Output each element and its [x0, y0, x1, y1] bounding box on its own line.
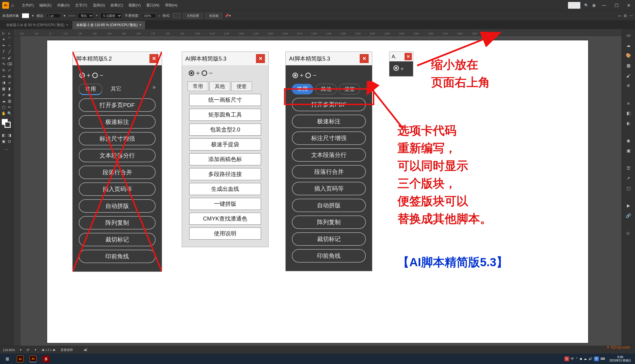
props-icon[interactable]: ⊟	[624, 14, 627, 18]
rotate-angle[interactable]: 0°	[27, 348, 30, 352]
symbols-icon[interactable]: ❊	[625, 82, 632, 90]
type-tool[interactable]: T	[1, 49, 6, 54]
selection-tool[interactable]: ▷	[1, 30, 6, 36]
panel-53d-tab-notes[interactable]: 便签	[339, 84, 360, 94]
panel-52-radio-2[interactable]	[92, 73, 98, 78]
volume-icon[interactable]: 🔊	[588, 357, 592, 361]
search-field[interactable]	[568, 2, 580, 9]
rotate-tool[interactable]: ↻	[1, 67, 6, 73]
style-swatch[interactable]	[173, 13, 180, 18]
script-button[interactable]: 印前角线	[292, 249, 366, 263]
panel-mini-close[interactable]: ✕	[405, 53, 412, 60]
panel-53d-tab-other[interactable]: 其他	[315, 84, 337, 94]
scale-tool[interactable]: ⤢	[7, 67, 12, 73]
shape-builder-tool[interactable]: ◑	[1, 80, 6, 85]
taskbar-app-s[interactable]: S	[40, 355, 52, 363]
tab-doc-1[interactable]: 未标题-2.ai @ 50 % (CMYK/CPU 预览) ×	[2, 21, 72, 29]
brush-tool[interactable]: 🖌	[7, 55, 12, 61]
home-icon[interactable]: ⌂	[11, 3, 14, 8]
script-button[interactable]: 阵列复制	[292, 215, 366, 229]
panel-mini-radio[interactable]	[393, 65, 399, 71]
curvature-tool[interactable]: ～	[7, 43, 12, 48]
fill-swatch[interactable]	[22, 13, 29, 18]
keyboard-icon[interactable]: ⌨	[601, 357, 605, 361]
script-button[interactable]: 自动拼版	[292, 199, 366, 212]
asset-export-icon[interactable]: ↗	[625, 174, 632, 182]
perspective-tool[interactable]: ▱	[7, 80, 12, 85]
minimize-button[interactable]: —	[599, 3, 608, 8]
tray-drive-icon[interactable]: ☁	[584, 357, 587, 361]
script-button[interactable]: 矩形圆角工具	[189, 109, 261, 121]
system-tray[interactable]: 五 中 ⌃ ◆ ☁ 🔊 中 ⌨	[564, 356, 605, 361]
line-tool[interactable]: ╱	[7, 49, 12, 54]
script-button[interactable]: 段落行合并	[79, 166, 156, 179]
more-icon[interactable]: ⋯	[629, 14, 633, 18]
tray-app-icon[interactable]: ◆	[580, 357, 582, 361]
eyedropper-tool[interactable]: ✐	[1, 92, 6, 98]
prefs-button[interactable]: 首选项	[205, 13, 222, 19]
panel-53l-close[interactable]: ✕	[256, 54, 265, 63]
script-button[interactable]: 阵列复制	[79, 216, 156, 229]
menu-effect[interactable]: 效果(C)	[108, 3, 126, 8]
arrange-icon[interactable]: ▦	[592, 3, 595, 7]
properties-icon[interactable]: ▭	[625, 31, 632, 39]
fill-stroke-control[interactable]	[1, 119, 12, 130]
symbol-spray-tool[interactable]: ☁	[1, 98, 6, 104]
menu-object[interactable]: 对象(O)	[54, 3, 73, 8]
brushes-icon[interactable]: 🖌	[625, 72, 632, 80]
script-button[interactable]: 插入页码等	[292, 182, 366, 195]
panel-52-close[interactable]: ✕	[149, 54, 158, 63]
lasso-tool[interactable]: ⌒	[7, 36, 12, 42]
script-button[interactable]: 极速标注	[79, 115, 156, 129]
script-button[interactable]: 极速标注	[292, 115, 366, 128]
script-button[interactable]: 文本段落分行	[79, 149, 156, 162]
layers-icon[interactable]: ☰	[625, 164, 632, 172]
panel-53d-radio-1[interactable]	[292, 73, 298, 78]
tray-up-icon[interactable]: ⌃	[576, 357, 578, 361]
start-button[interactable]: ⊞	[2, 355, 13, 363]
clock[interactable]: 9:06 2023/8/13 星期日	[607, 355, 633, 362]
pin-icon[interactable]: 📌▾	[225, 14, 231, 18]
panel-52-tab-other[interactable]: 其它	[105, 84, 128, 95]
brush-select[interactable]: 5 点圆形	[100, 13, 122, 18]
mesh-tool[interactable]: ▦	[1, 86, 6, 91]
align-icon[interactable]: ▭	[618, 14, 621, 18]
menu-help[interactable]: 帮助(H)	[162, 3, 180, 8]
panel-53l-radio-1[interactable]	[189, 70, 194, 76]
draw-normal-icon[interactable]: ▣	[1, 138, 6, 144]
panel-53l-tab-other[interactable]: 其他	[209, 82, 230, 91]
width-tool[interactable]: ⇔	[1, 73, 6, 79]
uniform-select[interactable]: 等比	[78, 13, 93, 18]
artboards-icon[interactable]: ▢	[625, 184, 632, 192]
transparency-icon[interactable]: ◐	[625, 119, 632, 127]
script-button[interactable]: 段落行合并	[292, 165, 366, 178]
doc-setup-button[interactable]: 文档设置	[183, 13, 203, 19]
script-button[interactable]: CMYK查找潘通色	[189, 213, 261, 225]
blend-tool[interactable]: ◉	[7, 92, 12, 98]
opacity-input[interactable]	[142, 13, 156, 18]
rect-tool[interactable]: ▭	[1, 55, 6, 61]
tab-doc-2[interactable]: 未标题-2 @ 110.65 % (CMYK/CPU 预览) ×	[72, 21, 146, 29]
canvas[interactable]: 2010010203040506070809010011012013014015…	[13, 29, 622, 346]
script-button[interactable]: 裁切标记	[292, 232, 366, 246]
taskbar-ai-1[interactable]: Ai	[15, 355, 26, 363]
free-transform-tool[interactable]: ⊞	[7, 73, 12, 79]
panel-53d-close[interactable]: ✕	[360, 54, 369, 63]
script-button[interactable]: 添加画稿色标	[189, 153, 261, 165]
ime-mode-icon[interactable]: 中	[594, 356, 599, 361]
menu-select[interactable]: 选择(S)	[90, 3, 108, 8]
play-icon[interactable]: ▷	[625, 229, 632, 237]
script-button[interactable]: 多段路径连接	[189, 168, 261, 180]
script-button[interactable]: 标注尺寸增强	[292, 131, 366, 145]
script-button[interactable]: 打开多页PDF	[292, 98, 366, 111]
menu-window[interactable]: 窗口(W)	[144, 3, 162, 8]
artboard-nav[interactable]: ◀ ◁ 1 ▷ ▶	[41, 348, 56, 352]
maximize-button[interactable]: ☐	[612, 3, 621, 8]
eraser-tool[interactable]: ⌫	[7, 61, 12, 67]
swatches-icon[interactable]: ▦	[625, 62, 632, 69]
gradient-panel-icon[interactable]: ◧	[625, 109, 632, 117]
hand-tool[interactable]: ✋	[1, 110, 6, 116]
edit-toolbar-icon[interactable]: ⋯	[4, 146, 10, 152]
artboard-tool[interactable]: ▢	[1, 104, 6, 110]
script-button[interactable]: 印前角线	[79, 250, 156, 263]
